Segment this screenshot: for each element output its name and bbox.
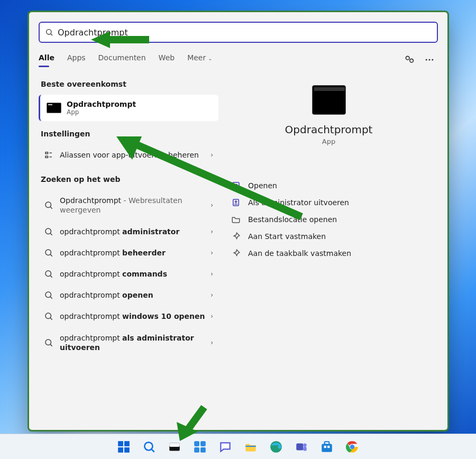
svg-rect-47 — [324, 445, 326, 447]
svg-rect-46 — [325, 442, 329, 444]
svg-rect-37 — [200, 441, 206, 446]
search-icon — [44, 338, 53, 347]
svg-line-22 — [50, 318, 52, 320]
action-open-location-label: Bestandslocatie openen — [248, 215, 337, 224]
svg-rect-39 — [200, 447, 206, 453]
svg-point-5 — [429, 59, 431, 61]
chevron-down-icon: ⌄ — [208, 56, 212, 61]
web-result[interactable]: opdrachtprompt commands› — [39, 263, 218, 284]
svg-line-16 — [50, 254, 52, 256]
chevron-right-icon: › — [210, 270, 213, 278]
svg-rect-45 — [322, 444, 332, 452]
svg-point-19 — [45, 292, 51, 298]
taskbar-chrome-button[interactable] — [342, 436, 363, 457]
svg-rect-48 — [327, 445, 329, 447]
svg-point-0 — [47, 30, 51, 34]
svg-rect-44 — [303, 447, 307, 451]
chevron-right-icon: › — [210, 151, 213, 159]
taskbar-store-button[interactable] — [316, 436, 337, 457]
search-icon — [44, 200, 53, 210]
web-result-label: opdrachtprompt beheerder — [60, 248, 210, 258]
svg-point-15 — [45, 250, 51, 255]
settings-header: Instellingen — [39, 130, 219, 144]
action-pin-taskbar[interactable]: Aan de taakbalk vastmaken — [227, 245, 438, 262]
svg-rect-31 — [124, 447, 130, 453]
taskbar-start-button[interactable] — [113, 436, 134, 457]
tab-apps[interactable]: Apps — [67, 53, 86, 66]
details-column: Opdrachtprompt App Openen Als administra… — [219, 66, 447, 430]
action-run-as-admin-label: Als administrator uitvoeren — [248, 198, 349, 207]
taskbar-edge-button[interactable] — [266, 436, 287, 457]
shield-icon — [231, 198, 241, 207]
svg-rect-40 — [245, 445, 256, 446]
svg-line-1 — [51, 34, 52, 35]
search-highlights-icon[interactable] — [404, 54, 415, 65]
chevron-right-icon: › — [210, 249, 213, 256]
svg-point-17 — [45, 271, 51, 277]
taskbar-explorer-button[interactable] — [240, 436, 261, 457]
results-column: Beste overeenkomst Opdrachtprompt App In… — [29, 66, 219, 430]
svg-rect-28 — [118, 441, 123, 446]
search-icon — [45, 28, 53, 36]
web-result[interactable]: opdrachtprompt windows 10 openen› — [39, 306, 218, 327]
svg-point-50 — [350, 444, 355, 449]
taskbar-teams-button[interactable] — [291, 436, 312, 457]
svg-point-13 — [45, 228, 51, 234]
tab-documents[interactable]: Documenten — [98, 53, 146, 66]
web-result[interactable]: opdrachtprompt beheerder› — [39, 242, 218, 263]
search-icon — [44, 227, 53, 236]
search-input[interactable] — [58, 27, 432, 38]
action-open-location[interactable]: Bestandslocatie openen — [227, 211, 438, 228]
best-match-title: Opdrachtprompt — [67, 100, 136, 108]
svg-point-23 — [45, 339, 51, 345]
chevron-right-icon: › — [210, 201, 213, 209]
tab-web[interactable]: Web — [159, 53, 175, 66]
svg-line-33 — [151, 449, 154, 452]
web-result-label: Opdrachtprompt - Webresultaten weergeven — [60, 196, 210, 215]
more-options-icon[interactable] — [424, 54, 435, 65]
taskbar — [0, 434, 476, 459]
action-run-as-admin[interactable]: Als administrator uitvoeren — [227, 194, 438, 211]
chevron-right-icon: › — [210, 313, 213, 320]
best-match-result[interactable]: Opdrachtprompt App — [39, 95, 218, 121]
svg-point-27 — [235, 201, 237, 203]
action-pin-start[interactable]: Aan Start vastmaken — [227, 228, 438, 245]
taskbar-widgets-button[interactable] — [189, 436, 210, 457]
web-search-header: Zoeken op het web — [39, 175, 219, 190]
svg-rect-38 — [194, 447, 199, 453]
web-result[interactable]: opdrachtprompt openen› — [39, 284, 218, 306]
svg-line-18 — [50, 276, 52, 277]
web-result-label: opdrachtprompt openen — [60, 290, 210, 300]
svg-line-14 — [50, 233, 52, 235]
windows-search-panel: Alle Apps Documenten Web Meer⌄ Beste ove… — [28, 11, 449, 432]
web-result[interactable]: opdrachtprompt als administrator uitvoer… — [39, 327, 218, 358]
chevron-right-icon: › — [210, 339, 213, 346]
taskbar-task-view-button[interactable] — [164, 436, 185, 457]
action-open[interactable]: Openen — [227, 177, 438, 194]
svg-point-3 — [410, 59, 414, 62]
svg-point-21 — [45, 313, 51, 319]
taskbar-search-button[interactable] — [139, 436, 160, 457]
svg-point-6 — [432, 59, 433, 61]
svg-rect-7 — [45, 152, 48, 154]
taskbar-chat-button[interactable] — [215, 436, 236, 457]
web-result-label: opdrachtprompt commands — [60, 269, 210, 279]
web-result[interactable]: opdrachtprompt administrator› — [39, 221, 218, 242]
search-bar[interactable] — [39, 22, 438, 43]
svg-point-11 — [45, 202, 51, 208]
svg-rect-35 — [169, 443, 180, 447]
svg-point-2 — [406, 56, 409, 60]
action-open-label: Openen — [248, 181, 277, 190]
svg-rect-29 — [124, 441, 130, 446]
svg-line-24 — [50, 344, 52, 346]
search-icon — [44, 248, 53, 258]
svg-point-43 — [303, 443, 307, 447]
chevron-right-icon: › — [210, 228, 213, 235]
best-match-subtitle: App — [67, 108, 136, 116]
web-result-label: opdrachtprompt als administrator uitvoer… — [60, 333, 210, 352]
web-result[interactable]: Opdrachtprompt - Webresultaten weergeven… — [39, 190, 218, 221]
tab-more[interactable]: Meer⌄ — [187, 53, 212, 66]
settings-result-aliases[interactable]: Aliassen voor app-uitvoering beheren › — [39, 144, 218, 166]
tab-all[interactable]: Alle — [39, 53, 54, 66]
svg-rect-8 — [45, 156, 48, 158]
